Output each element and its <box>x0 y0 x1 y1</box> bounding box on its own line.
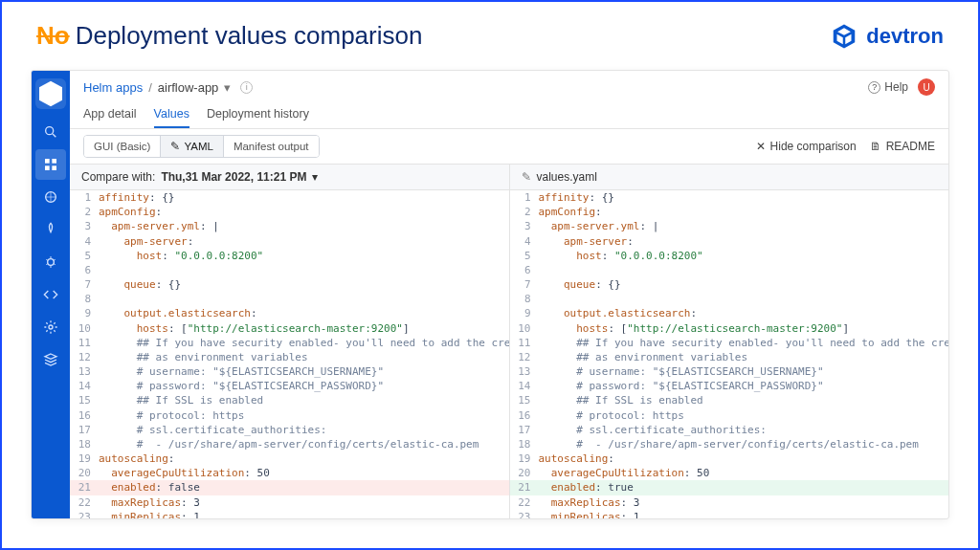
code-line: 2apmConfig: <box>70 205 509 219</box>
pencil-icon: ✎ <box>170 140 180 153</box>
line-text: affinity: {} <box>99 190 174 205</box>
line-text: # protocol: https <box>539 408 684 423</box>
line-text: apm-server.yml: | <box>539 219 659 233</box>
line-text: output.elasticsearch: <box>99 306 257 320</box>
svg-point-0 <box>46 127 54 135</box>
code-line: 14 # password: "${ELASTICSEARCH_PASSWORD… <box>70 379 509 393</box>
pencil-icon: ✎ <box>522 170 531 184</box>
line-text: host: "0.0.0.0:8200" <box>539 249 703 263</box>
slide-title-text: Deployment values comparison <box>76 21 423 51</box>
tab-values[interactable]: Values <box>154 101 189 128</box>
sidebar-item-search[interactable] <box>35 117 66 147</box>
chevron-down-icon: ▾ <box>312 170 318 184</box>
line-number: 15 <box>70 393 99 407</box>
sidebar-item-security[interactable] <box>35 247 66 277</box>
sidebar-item-deploy[interactable] <box>35 214 66 245</box>
code-line: 2apmConfig: <box>510 205 949 219</box>
code-line: 23 minReplicas: 1 <box>510 510 949 518</box>
line-number: 2 <box>510 205 539 219</box>
line-number: 4 <box>510 234 539 249</box>
hide-comparison-button[interactable]: ✕ Hide comparison <box>756 140 857 153</box>
line-number: 7 <box>70 277 99 292</box>
breadcrumb-parent[interactable]: Helm apps <box>83 80 143 95</box>
seg-manifest[interactable]: Manifest output <box>224 136 319 157</box>
line-number: 9 <box>70 306 99 320</box>
code-line: 8 <box>510 292 949 306</box>
sidebar-item-code[interactable] <box>35 279 66 310</box>
app-frame: Helm apps / airflow-app ▾ i ? Help U App… <box>31 70 949 519</box>
line-number: 22 <box>510 495 539 510</box>
line-number: 1 <box>70 190 99 205</box>
file-icon: 🗎 <box>870 140 881 153</box>
sidebar-item-apps[interactable] <box>35 149 66 180</box>
line-text: enabled: false <box>99 480 200 495</box>
sidebar-logo[interactable] <box>35 78 66 109</box>
line-number: 8 <box>510 292 539 306</box>
line-text: # password: "${ELASTICSEARCH_PASSWORD}" <box>99 379 384 393</box>
breadcrumb-current[interactable]: airflow-app <box>158 80 219 95</box>
view-mode-segment: GUI (Basic) ✎ YAML Manifest output <box>83 135 320 158</box>
gear-icon <box>43 319 58 335</box>
line-number: 14 <box>510 379 539 393</box>
line-number: 11 <box>510 336 539 350</box>
code-line: 7 queue: {} <box>510 277 949 292</box>
sidebar-item-helm[interactable] <box>35 182 66 212</box>
line-text: # username: "${ELASTICSEARCH_USERNAME}" <box>539 364 824 379</box>
readme-label: README <box>886 140 935 153</box>
line-text: # password: "${ELASTICSEARCH_PASSWORD}" <box>539 379 824 393</box>
line-number: 7 <box>510 277 539 292</box>
code-line: 12 ## as environment variables <box>510 350 949 364</box>
line-text: minReplicas: 1 <box>99 510 200 518</box>
line-number: 11 <box>70 336 99 350</box>
tab-app-detail[interactable]: App detail <box>83 101 137 128</box>
sidebar-item-settings[interactable] <box>35 312 66 342</box>
code-line: 18 # - /usr/share/apm-server/config/cert… <box>510 437 949 451</box>
seg-yaml-label: YAML <box>184 141 212 152</box>
line-number: 23 <box>70 510 99 518</box>
slide-title: No Deployment values comparison <box>36 21 422 51</box>
avatar[interactable]: U <box>918 78 935 96</box>
code-line: 5 host: "0.0.0.0:8200" <box>510 249 949 263</box>
compare-with-selector[interactable]: Compare with: Thu,31 Mar 2022, 11:21 PM … <box>70 165 510 189</box>
code-line: 20 averageCpuUtilization: 50 <box>510 466 949 480</box>
line-number: 13 <box>510 364 539 379</box>
svg-rect-5 <box>52 165 56 170</box>
line-number: 17 <box>510 423 539 437</box>
info-icon[interactable]: i <box>240 81 253 94</box>
line-number: 19 <box>510 451 539 466</box>
seg-gui[interactable]: GUI (Basic) <box>84 136 161 157</box>
help-link[interactable]: ? Help <box>868 80 908 94</box>
code-pane-left[interactable]: 1affinity: {}2apmConfig:3 apm-server.yml… <box>70 190 510 518</box>
code-line: 20 averageCpuUtilization: 50 <box>70 466 509 480</box>
line-text: apm-server: <box>99 234 193 249</box>
svg-line-1 <box>53 134 56 137</box>
stack-icon <box>43 352 58 367</box>
line-number: 4 <box>70 234 99 249</box>
seg-yaml[interactable]: ✎ YAML <box>161 136 223 157</box>
readme-button[interactable]: 🗎 README <box>870 140 935 153</box>
code-pane-right[interactable]: 1affinity: {}2apmConfig:3 apm-server.yml… <box>510 190 949 518</box>
line-text: averageCpuUtilization: 50 <box>99 466 270 480</box>
line-number: 23 <box>510 510 539 518</box>
line-text: ## as environment variables <box>539 350 748 364</box>
chevron-down-icon[interactable]: ▾ <box>224 80 231 95</box>
line-text: enabled: true <box>539 480 634 495</box>
line-number: 15 <box>510 393 539 407</box>
code-line: 15 ## If SSL is enabled <box>70 393 509 407</box>
code-line: 12 ## as environment variables <box>70 350 509 364</box>
sidebar-item-stack[interactable] <box>35 344 66 375</box>
code-line: 6 <box>70 263 509 277</box>
code-line: 3 apm-server.yml: | <box>70 219 509 233</box>
line-text: ## If you have security enabled- you'll … <box>99 336 510 350</box>
hide-comparison-label: Hide comparison <box>770 140 857 153</box>
line-number: 6 <box>70 263 99 277</box>
sidebar <box>32 71 70 518</box>
code-line: 11 ## If you have security enabled- you'… <box>510 336 949 350</box>
code-line: 17 # ssl.certificate_authorities: <box>510 423 949 437</box>
line-text: # - /usr/share/apm-server/config/certs/e… <box>99 437 479 451</box>
code-line: 23 minReplicas: 1 <box>70 510 509 518</box>
tab-deployment-history[interactable]: Deployment history <box>207 101 309 128</box>
code-line: 9 output.elasticsearch: <box>510 306 949 320</box>
line-number: 9 <box>510 306 539 320</box>
code-line: 7 queue: {} <box>70 277 509 292</box>
